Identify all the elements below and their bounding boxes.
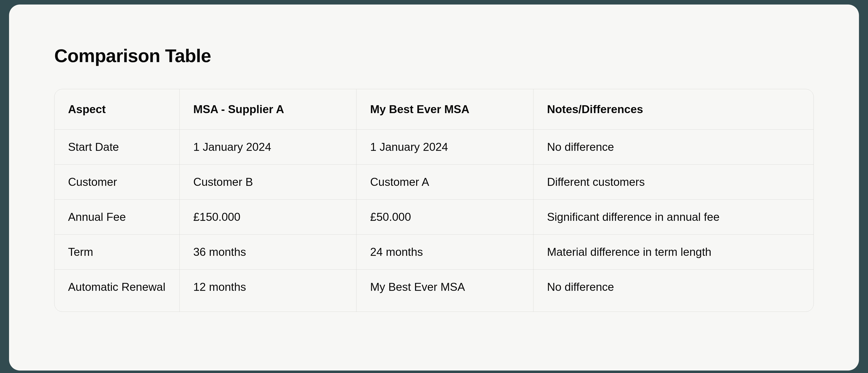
cell-msa-supplier-a: 1 January 2024 <box>180 130 356 165</box>
cell-my-best-ever-msa: My Best Ever MSA <box>356 270 533 312</box>
cell-notes: Significant difference in annual fee <box>533 200 813 235</box>
table-row: Customer Customer B Customer A Different… <box>55 165 813 200</box>
cell-aspect: Term <box>55 235 180 270</box>
table-row: Annual Fee £150.000 £50.000 Significant … <box>55 200 813 235</box>
cell-aspect: Annual Fee <box>55 200 180 235</box>
cell-msa-supplier-a: £150.000 <box>180 200 356 235</box>
header-notes: Notes/Differences <box>533 89 813 130</box>
cell-notes: No difference <box>533 270 813 312</box>
comparison-table: Aspect MSA - Supplier A My Best Ever MSA… <box>54 89 814 312</box>
table-row: Start Date 1 January 2024 1 January 2024… <box>55 130 813 165</box>
header-my-best-ever-msa: My Best Ever MSA <box>356 89 533 130</box>
header-msa-supplier-a: MSA - Supplier A <box>180 89 356 130</box>
cell-aspect: Automatic Renewal <box>55 270 180 312</box>
cell-my-best-ever-msa: £50.000 <box>356 200 533 235</box>
cell-notes: Different customers <box>533 165 813 200</box>
cell-msa-supplier-a: 12 months <box>180 270 356 312</box>
cell-aspect: Customer <box>55 165 180 200</box>
table-header-row: Aspect MSA - Supplier A My Best Ever MSA… <box>55 89 813 130</box>
page-title: Comparison Table <box>54 45 814 66</box>
cell-my-best-ever-msa: Customer A <box>356 165 533 200</box>
cell-notes: No difference <box>533 130 813 165</box>
cell-my-best-ever-msa: 1 January 2024 <box>356 130 533 165</box>
cell-msa-supplier-a: Customer B <box>180 165 356 200</box>
cell-my-best-ever-msa: 24 months <box>356 235 533 270</box>
cell-aspect: Start Date <box>55 130 180 165</box>
comparison-card: Comparison Table Aspect MSA - Supplier A… <box>9 4 859 371</box>
cell-notes: Material difference in term length <box>533 235 813 270</box>
table-row: Term 36 months 24 months Material differ… <box>55 235 813 270</box>
cell-msa-supplier-a: 36 months <box>180 235 356 270</box>
table-row: Automatic Renewal 12 months My Best Ever… <box>55 270 813 312</box>
header-aspect: Aspect <box>55 89 180 130</box>
